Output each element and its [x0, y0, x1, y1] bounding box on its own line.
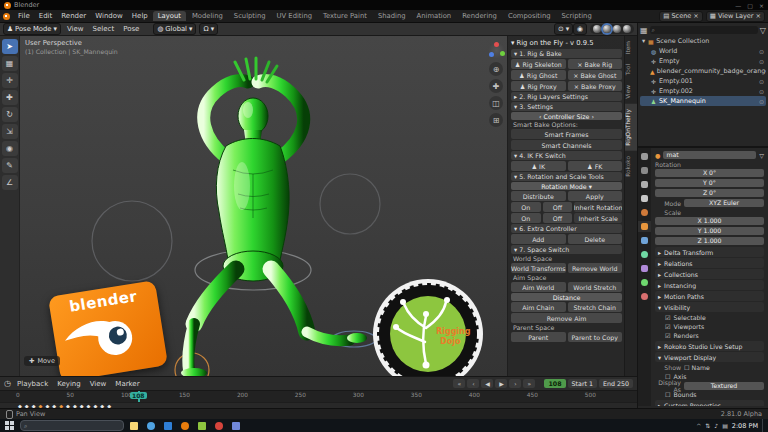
outliner-row-empty001[interactable]: ✛Empty.001⊙ — [640, 76, 766, 86]
menu-window[interactable]: Window — [91, 11, 127, 21]
taskbar-app-icon[interactable] — [229, 420, 243, 431]
timeline-ruler[interactable]: 050 100150 200250 300350 400450 500 108 — [0, 390, 637, 402]
remove-aim-button[interactable]: Remove Aim — [511, 313, 622, 323]
play-button[interactable]: ▶ — [495, 379, 507, 388]
outliner-row-empty002[interactable]: ✛Empty.002⊙ — [640, 86, 766, 96]
scene-selector[interactable]: ▤ Scene × — [659, 11, 702, 22]
material-shading-icon[interactable] — [613, 25, 621, 33]
workspace-tab-uvediting[interactable]: UV Editing — [272, 11, 317, 21]
add-controller-button[interactable]: Add — [511, 234, 566, 244]
parent-button[interactable]: Parent — [511, 332, 566, 342]
menu-view-timeline[interactable]: View — [87, 380, 110, 388]
data-properties-tab[interactable] — [638, 277, 651, 288]
transform-tool[interactable]: ◉ — [2, 141, 18, 156]
eye-icon[interactable]: ⊙ — [759, 58, 764, 65]
motion-paths-section[interactable]: ▸Motion Paths — [655, 291, 764, 301]
move-tool[interactable]: ✚ — [2, 90, 18, 105]
start-frame-field[interactable]: Start 1 — [568, 379, 597, 388]
scene-unlink-icon[interactable]: × — [693, 12, 698, 20]
rig-skeleton-button[interactable]: ♟Rig Skeleton — [511, 59, 566, 69]
workspace-tab-compositing[interactable]: Compositing — [503, 11, 556, 21]
section-rig-bake[interactable]: ▾1. Rig & Bake — [511, 49, 622, 58]
show-in-renders-checkbox[interactable]: ☑Renders — [655, 331, 764, 340]
instancing-section[interactable]: ▸Instancing — [655, 280, 764, 290]
menu-edit[interactable]: Edit — [35, 11, 57, 21]
aim-chain-button[interactable]: Aim Chain — [511, 302, 566, 312]
menu-view[interactable]: View — [64, 25, 87, 33]
eye-icon[interactable]: ⊙ — [759, 88, 764, 95]
rendered-shading-icon[interactable] — [623, 25, 631, 33]
end-frame-field[interactable]: End 250 — [599, 379, 633, 388]
measure-tool[interactable]: ∠ — [2, 175, 18, 190]
rotation-z-field[interactable]: Z 0° — [655, 189, 764, 197]
pan-icon[interactable]: ✚ — [489, 79, 503, 93]
taskbar-search-input[interactable]: ⌕ — [20, 420, 124, 431]
prev-keyframe-button[interactable]: ‹ — [467, 379, 479, 388]
distribute-button[interactable]: Distribute — [511, 191, 566, 201]
start-button[interactable] — [5, 421, 14, 430]
distance-slider[interactable]: Distance — [511, 293, 622, 301]
parent-to-copy-button[interactable]: Parent to Copy — [568, 332, 623, 342]
filter-icon[interactable]: ▽ — [760, 26, 766, 35]
inherit-scale-off-button[interactable]: Off — [543, 213, 573, 223]
eye-icon[interactable]: ⊙ — [759, 78, 764, 85]
play-reverse-button[interactable]: ◀ — [481, 379, 493, 388]
ik-button[interactable]: ♟IK — [511, 161, 566, 171]
custom-properties-section[interactable]: ▸Custom Properties — [655, 400, 764, 406]
taskbar-app-icon[interactable] — [127, 420, 141, 431]
menu-pose[interactable]: Pose — [120, 25, 142, 33]
outliner-row-scene-collection[interactable]: ▾▦Scene Collection — [640, 36, 766, 46]
controller-size-slider[interactable]: ‹Controller Size› — [511, 112, 622, 120]
tab-rokoko[interactable]: Rokoko — [625, 151, 637, 182]
section-rotation-scale[interactable]: ▾5. Rotation and Scale Tools — [511, 172, 622, 181]
taskbar-app-icon[interactable] — [195, 420, 209, 431]
annotate-tool[interactable]: ✎ — [2, 158, 18, 173]
collections-section[interactable]: ▸Collections — [655, 269, 764, 279]
overlays-toggle[interactable]: ⊙ ▾ — [554, 23, 573, 35]
maximize-button[interactable]: ▢ — [747, 2, 753, 9]
menu-render[interactable]: Render — [57, 11, 90, 21]
workspace-tab-sculpting[interactable]: Sculpting — [229, 11, 271, 21]
jump-to-end-button[interactable]: » — [523, 379, 535, 388]
apply-button[interactable]: Apply — [568, 191, 623, 201]
gizmo-toggle[interactable]: ◉ — [573, 23, 587, 35]
object-properties-tab[interactable] — [638, 221, 651, 232]
inherit-rotation-on-button[interactable]: On — [511, 202, 541, 212]
workspace-tab-shading[interactable]: Shading — [373, 11, 411, 21]
next-keyframe-button[interactable]: › — [509, 379, 521, 388]
scale-tool[interactable]: ⇲ — [2, 124, 18, 139]
camera-view-icon[interactable]: ◫ — [489, 96, 503, 110]
snap-toggle[interactable]: Ω ▾ — [199, 23, 218, 35]
remove-world-button[interactable]: Remove World — [568, 263, 623, 273]
modifier-properties-tab[interactable] — [638, 235, 651, 246]
selectable-checkbox[interactable]: ☑Selectable — [655, 313, 764, 322]
tab-tool[interactable]: Tool — [625, 59, 637, 80]
outliner-row-sk-mannequin[interactable]: ♟SK_Mannequin⊙ — [640, 96, 766, 106]
volume-icon[interactable]: ♪ — [714, 422, 718, 429]
view-layer-selector[interactable]: ▦ View Layer × — [706, 11, 765, 22]
solid-shading-icon[interactable] — [603, 25, 611, 33]
visibility-section[interactable]: ▾Visibility — [655, 302, 764, 312]
render-properties-tab[interactable] — [638, 151, 651, 162]
jump-to-start-button[interactable]: « — [453, 379, 465, 388]
workspace-tab-texturepaint[interactable]: Texture Paint — [318, 11, 372, 21]
taskbar-clock[interactable]: 2:08 PM — [732, 422, 758, 430]
section-settings[interactable]: ▾3. Settings — [511, 102, 622, 111]
menu-keying[interactable]: Keying — [54, 380, 84, 388]
tweak-tool[interactable]: ➤ — [2, 39, 18, 54]
filter-icon[interactable]: ▽ — [759, 152, 764, 159]
menu-playback[interactable]: Playback — [14, 380, 51, 388]
rokoko-section[interactable]: ▸Rokoko Studio Live Setup — [655, 341, 764, 351]
rotation-mode-dropdown[interactable]: XYZ Euler — [684, 199, 764, 207]
rotation-y-field[interactable]: Y 0° — [655, 179, 764, 187]
taskbar-app-icon[interactable] — [144, 420, 158, 431]
orientation-dropdown[interactable]: ◍ Global ▾ — [153, 23, 196, 35]
rig-ghost-button[interactable]: ♟Rig Ghost — [511, 70, 566, 80]
bake-proxy-button[interactable]: ×Bake Proxy — [568, 81, 623, 91]
section-ikfk[interactable]: ▾4. IK FK Switch — [511, 151, 622, 160]
cursor-tool[interactable]: ✛ — [2, 73, 18, 88]
world-properties-tab[interactable] — [638, 207, 651, 218]
delta-transform-section[interactable]: ▸Delta Transform — [655, 247, 764, 257]
fk-button[interactable]: ♟FK — [568, 161, 623, 171]
eye-icon[interactable]: ⊙ — [759, 98, 764, 105]
